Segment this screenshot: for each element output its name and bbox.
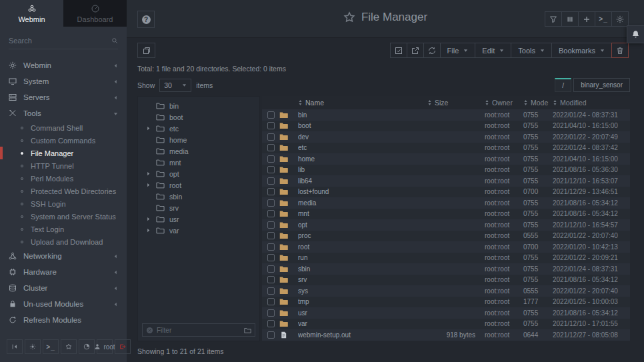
folder-row[interactable]: sbinroot:root07552022/01/24 - 08:37:31 bbox=[262, 263, 630, 275]
favorite-star-icon[interactable] bbox=[343, 11, 355, 23]
terminal-button[interactable]: >_ bbox=[595, 11, 612, 27]
sidebar-item-tools[interactable]: Tools bbox=[0, 105, 127, 121]
menu-edit[interactable]: Edit bbox=[475, 43, 511, 58]
refresh-button[interactable] bbox=[423, 43, 441, 58]
folder-row[interactable]: devroot:root07552022/01/22 - 20:07:49 bbox=[262, 131, 630, 143]
file-row[interactable]: webmin-setup.out918 bytesroot:root064420… bbox=[262, 329, 630, 341]
sidebar-item-webmin[interactable]: Webmin bbox=[0, 57, 127, 73]
sidebar-item-hardware[interactable]: Hardware bbox=[0, 264, 127, 280]
sidebar-item-command-shell[interactable]: Command Shell bbox=[0, 121, 127, 134]
folder-row[interactable]: lib64root:root07552021/12/10 - 16:53:07 bbox=[262, 175, 630, 187]
row-checkbox[interactable] bbox=[267, 155, 275, 163]
sidebar-item-protected-web-directories[interactable]: Protected Web Directories bbox=[0, 185, 127, 197]
row-checkbox[interactable] bbox=[267, 331, 275, 339]
folder-row[interactable]: optroot:root07552021/12/10 - 16:54:57 bbox=[262, 219, 630, 231]
tree-expand-icon[interactable] bbox=[145, 228, 151, 233]
breadcrumb-root[interactable]: / bbox=[555, 78, 571, 92]
tree-item-boot[interactable]: boot bbox=[138, 111, 259, 123]
tab-webmin[interactable]: Webmin bbox=[0, 0, 63, 27]
row-checkbox[interactable] bbox=[267, 232, 275, 239]
sidebar-item-ssh-login[interactable]: SSH Login bbox=[0, 197, 127, 210]
export-button[interactable] bbox=[407, 43, 424, 58]
clear-filter-icon[interactable] bbox=[146, 327, 153, 334]
sidebar-item-cluster[interactable]: Cluster bbox=[0, 280, 127, 296]
logout-button[interactable] bbox=[115, 339, 131, 354]
sidebar-item-refresh-modules[interactable]: Refresh Modules bbox=[0, 312, 127, 328]
tree-item-srv[interactable]: srv bbox=[138, 202, 259, 213]
tree-item-usr[interactable]: usr bbox=[138, 213, 259, 225]
folder-row[interactable]: rootroot:root07002022/01/20 - 10:42:13 bbox=[262, 241, 630, 253]
column-header-modified[interactable]: Modified bbox=[553, 99, 630, 107]
sidebar-item-http-tunnel[interactable]: HTTP Tunnel bbox=[0, 159, 127, 172]
folder-row[interactable]: tmproot:root17772022/01/25 - 10:00:03 bbox=[262, 297, 630, 308]
tree-item-opt[interactable]: opt bbox=[138, 168, 259, 179]
language-button[interactable] bbox=[79, 339, 95, 354]
folder-row[interactable]: homeroot:root07552021/04/10 - 16:15:00 bbox=[262, 153, 630, 165]
sidebar-item-system[interactable]: System bbox=[0, 73, 127, 89]
sidebar-item-servers[interactable]: Servers bbox=[0, 89, 127, 105]
help-button[interactable]: ? bbox=[137, 11, 155, 28]
folder-row[interactable]: sysroot:root05552022/01/22 - 20:07:40 bbox=[262, 285, 630, 297]
tree-expand-icon[interactable] bbox=[145, 183, 151, 187]
row-checkbox[interactable] bbox=[267, 133, 275, 141]
tree-item-sbin[interactable]: sbin bbox=[138, 191, 259, 202]
folder-row[interactable]: mediaroot:root07552021/08/16 - 05:34:12 bbox=[262, 197, 630, 209]
column-header-owner[interactable]: Owner bbox=[485, 99, 523, 107]
row-checkbox[interactable] bbox=[267, 276, 275, 283]
folder-row[interactable]: binroot:root07552022/01/24 - 08:37:31 bbox=[262, 109, 630, 121]
tree-item-mnt[interactable]: mnt bbox=[138, 157, 259, 168]
folder-row[interactable]: procroot:root05552022/01/22 - 20:07:40 bbox=[262, 231, 630, 242]
column-header-size[interactable]: Size bbox=[426, 99, 485, 107]
terminal-button[interactable]: >_ bbox=[43, 339, 59, 354]
folder-row[interactable]: runroot:root07552022/01/22 - 20:09:21 bbox=[262, 253, 630, 264]
tree-expand-icon[interactable] bbox=[145, 217, 151, 221]
paste-buffer-button[interactable] bbox=[137, 43, 155, 58]
delete-button[interactable] bbox=[611, 43, 629, 58]
row-checkbox[interactable] bbox=[267, 199, 275, 207]
tree-item-var[interactable]: var bbox=[138, 225, 259, 236]
folder-row[interactable]: srvroot:root07552021/08/16 - 05:34:12 bbox=[262, 275, 630, 286]
folder-row[interactable]: lost+foundroot:root07002021/12/29 - 13:4… bbox=[262, 187, 630, 198]
sidebar-item-networking[interactable]: Networking bbox=[0, 248, 127, 264]
breadcrumb-binary-sensor[interactable]: binary_sensor bbox=[573, 78, 630, 92]
menu-tools[interactable]: Tools bbox=[511, 43, 552, 58]
menu-file[interactable]: File bbox=[440, 43, 476, 58]
tree-filter-input[interactable] bbox=[157, 327, 241, 334]
tree-expand-icon[interactable] bbox=[145, 126, 151, 131]
folder-row[interactable]: etcroot:root07552022/01/24 - 08:37:42 bbox=[262, 143, 630, 154]
theme-toggle-button[interactable] bbox=[25, 339, 41, 354]
tree-item-root[interactable]: root bbox=[138, 179, 259, 191]
user-button[interactable]: root bbox=[97, 339, 113, 354]
favorites-button[interactable] bbox=[61, 339, 77, 354]
tab-dashboard[interactable]: Dashboard bbox=[63, 0, 127, 27]
row-checkbox[interactable] bbox=[267, 254, 275, 261]
settings-button[interactable] bbox=[611, 11, 629, 27]
sidebar-item-file-manager[interactable]: File Manager bbox=[0, 147, 127, 159]
notifications-button[interactable] bbox=[627, 25, 644, 43]
row-checkbox[interactable] bbox=[267, 298, 275, 305]
show-items-select[interactable]: 30 bbox=[159, 79, 191, 92]
row-checkbox[interactable] bbox=[267, 188, 275, 195]
column-header-name[interactable]: Name bbox=[298, 99, 426, 107]
add-button[interactable] bbox=[578, 11, 595, 27]
row-checkbox[interactable] bbox=[267, 144, 275, 151]
tree-expand-icon[interactable] bbox=[145, 171, 151, 176]
folder-row[interactable]: varroot:root07552021/12/10 - 17:01:55 bbox=[262, 319, 630, 330]
menu-bookmarks[interactable]: Bookmarks bbox=[551, 43, 612, 58]
row-checkbox[interactable] bbox=[267, 287, 275, 295]
row-checkbox[interactable] bbox=[267, 210, 275, 217]
row-checkbox[interactable] bbox=[267, 177, 275, 185]
row-checkbox[interactable] bbox=[267, 243, 275, 251]
search-input[interactable] bbox=[9, 37, 111, 45]
sidebar-item-system-and-server-status[interactable]: System and Server Status bbox=[0, 210, 127, 223]
select-mode-button[interactable] bbox=[390, 43, 407, 58]
folder-row[interactable]: mntroot:root07552021/08/16 - 05:34:12 bbox=[262, 209, 630, 220]
tree-item-bin[interactable]: bin bbox=[138, 100, 259, 111]
row-checkbox[interactable] bbox=[267, 320, 275, 327]
sidebar-item-perl-modules[interactable]: Perl Modules bbox=[0, 172, 127, 185]
filter-button[interactable] bbox=[545, 11, 562, 27]
tree-item-etc[interactable]: etc bbox=[138, 123, 259, 134]
row-checkbox[interactable] bbox=[267, 265, 275, 273]
column-header-mode[interactable]: Mode bbox=[523, 99, 553, 107]
folder-row[interactable]: libroot:root07552021/08/16 - 05:36:30 bbox=[262, 165, 630, 176]
